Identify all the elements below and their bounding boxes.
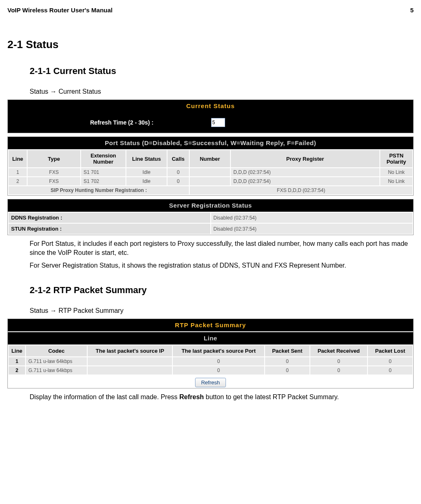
col-line: Line bbox=[9, 345, 25, 356]
col-lost: Packet Lost bbox=[368, 345, 412, 356]
col-line-status: Line Status bbox=[126, 150, 167, 167]
cell-proxy: D,D,D (02:37:54) bbox=[231, 177, 379, 185]
col-recv: Packet Received bbox=[310, 345, 367, 356]
refresh-button-row: Refresh bbox=[8, 375, 413, 388]
col-number: Number bbox=[190, 150, 230, 167]
cell-src-port: 0 bbox=[173, 366, 264, 375]
cell-ext: S1 701 bbox=[81, 168, 126, 176]
document-header: VoIP Wireless Router User's Manual 5 bbox=[7, 7, 414, 14]
cell-status: Idle bbox=[126, 177, 167, 185]
stun-row: STUN Registration : Disabled (02:37:54) bbox=[9, 224, 412, 234]
stun-value: Disabled (02:37:54) bbox=[211, 224, 413, 234]
ddns-value: Disabled (02:37:54) bbox=[211, 213, 413, 223]
server-registration-panel: Server Registration Status DDNS Registra… bbox=[7, 199, 414, 235]
rtp-sub-title: Line bbox=[204, 335, 217, 342]
cell-src-port: 0 bbox=[173, 357, 264, 365]
server-registration-title-bar: Server Registration Status bbox=[8, 199, 413, 212]
server-registration-table: DDNS Registration : Disabled (02:37:54) … bbox=[8, 212, 413, 235]
refresh-time-input[interactable] bbox=[211, 118, 225, 127]
cell-recv: 0 bbox=[310, 366, 367, 375]
page-number: 5 bbox=[410, 7, 414, 14]
cell-number bbox=[190, 168, 230, 176]
hunting-label: SIP Proxy Hunting Number Registration : bbox=[9, 186, 189, 194]
cell-line: 1 bbox=[9, 357, 25, 365]
col-sent: Packet Sent bbox=[265, 345, 309, 356]
cell-lost: 0 bbox=[368, 357, 412, 365]
server-registration-title: Server Registration Status bbox=[169, 202, 252, 209]
col-codec: Codec bbox=[26, 345, 87, 356]
current-status-title-bar: Current Status bbox=[8, 100, 413, 112]
cell-codec: G.711 u-law 64kbps bbox=[26, 357, 87, 365]
col-line: Line bbox=[9, 150, 27, 167]
cell-codec: G.711 u-law 64kbps bbox=[26, 366, 87, 375]
table-row: 1 G.711 u-law 64kbps 0 0 0 0 bbox=[9, 357, 412, 365]
hunting-row: SIP Proxy Hunting Number Registration : … bbox=[9, 186, 412, 194]
rtp-title-bar: RTP Packet Summary bbox=[8, 319, 413, 331]
col-extension: Extension Number bbox=[81, 150, 126, 167]
rtp-sub-title-bar: Line bbox=[8, 332, 413, 344]
rtp-table: Line Codec The last packet's source IP T… bbox=[8, 344, 413, 375]
cell-ext: S1 702 bbox=[81, 177, 126, 185]
port-status-table: Line Type Extension Number Line Status C… bbox=[8, 149, 413, 195]
col-proxy: Proxy Register bbox=[231, 150, 379, 167]
stun-label: STUN Registration : bbox=[9, 224, 210, 234]
cell-line: 1 bbox=[9, 168, 27, 176]
refresh-row: Refresh Time (2 - 30s) : bbox=[8, 112, 413, 133]
subsection-rtp-summary: 2-1-2 RTP Packet Summary bbox=[30, 285, 414, 296]
ddns-row: DDNS Registration : Disabled (02:37:54) bbox=[9, 213, 412, 223]
manual-title: VoIP Wireless Router User's Manual bbox=[7, 7, 112, 14]
refresh-time-label: Refresh Time (2 - 30s) : bbox=[8, 119, 211, 126]
table-row: 2 G.711 u-law 64kbps 0 0 0 0 bbox=[9, 366, 412, 375]
current-status-title: Current Status bbox=[186, 102, 235, 109]
cell-calls: 0 bbox=[167, 168, 189, 176]
col-src-ip: The last packet's source IP bbox=[88, 345, 172, 356]
table-row: 1 FXS S1 701 Idle 0 D,D,D (02:37:54) No … bbox=[9, 168, 412, 176]
cell-type: FXS bbox=[28, 168, 80, 176]
cell-type: FXS bbox=[28, 177, 80, 185]
rtp-description: Display the information of the last call… bbox=[30, 393, 409, 402]
table-row: 2 FXS S1 702 Idle 0 D,D,D (02:37:54) No … bbox=[9, 177, 412, 185]
server-reg-description: For Server Registration Status, it shows… bbox=[30, 261, 409, 270]
rtp-title: RTP Packet Summary bbox=[175, 321, 246, 328]
port-status-header-row: Line Type Extension Number Line Status C… bbox=[9, 150, 412, 167]
port-status-title-bar: Port Status (D=Disabled, S=Successful, W… bbox=[8, 137, 413, 149]
rtp-header-row: Line Codec The last packet's source IP T… bbox=[9, 345, 412, 356]
cell-src-ip bbox=[88, 357, 172, 365]
subsection-current-status: 2-1-1 Current Status bbox=[30, 66, 414, 76]
cell-proxy: D,D,D (02:37:54) bbox=[231, 168, 379, 176]
current-status-panel: Current Status Refresh Time (2 - 30s) : bbox=[7, 99, 414, 133]
cell-lost: 0 bbox=[368, 366, 412, 375]
cell-recv: 0 bbox=[310, 357, 367, 365]
breadcrumb-rtp: Status → RTP Packet Summary bbox=[30, 307, 414, 314]
col-pstn: PSTN Polarity bbox=[380, 150, 412, 167]
ddns-label: DDNS Registration : bbox=[9, 213, 210, 223]
port-status-panel: Port Status (D=Disabled, S=Successful, W… bbox=[7, 136, 414, 196]
refresh-button[interactable]: Refresh bbox=[195, 378, 226, 387]
cell-src-ip bbox=[88, 366, 172, 375]
section-heading: 2-1 Status bbox=[7, 38, 414, 51]
cell-status: Idle bbox=[126, 168, 167, 176]
port-status-description: For Port Status, it includes if each por… bbox=[30, 239, 409, 257]
cell-sent: 0 bbox=[265, 366, 309, 375]
rtp-desc-part2: button to get the latest RTP Packet Summ… bbox=[204, 393, 339, 400]
cell-number bbox=[190, 177, 230, 185]
rtp-desc-bold: Refresh bbox=[179, 393, 204, 400]
cell-calls: 0 bbox=[167, 177, 189, 185]
port-status-title: Port Status (D=Disabled, S=Successful, W… bbox=[105, 139, 316, 146]
breadcrumb-current-status: Status → Current Status bbox=[30, 88, 414, 95]
cell-line: 2 bbox=[9, 177, 27, 185]
col-calls: Calls bbox=[167, 150, 189, 167]
col-src-port: The last packet's source Port bbox=[173, 345, 264, 356]
cell-pstn: No Link bbox=[380, 168, 412, 176]
rtp-desc-part1: Display the information of the last call… bbox=[30, 393, 179, 400]
rtp-panel: RTP Packet Summary Line Line Codec The l… bbox=[7, 319, 414, 388]
col-type: Type bbox=[28, 150, 80, 167]
cell-pstn: No Link bbox=[380, 177, 412, 185]
hunting-value: FXS D,D,D (02:37:54) bbox=[190, 186, 412, 194]
cell-sent: 0 bbox=[265, 357, 309, 365]
cell-line: 2 bbox=[9, 366, 25, 375]
